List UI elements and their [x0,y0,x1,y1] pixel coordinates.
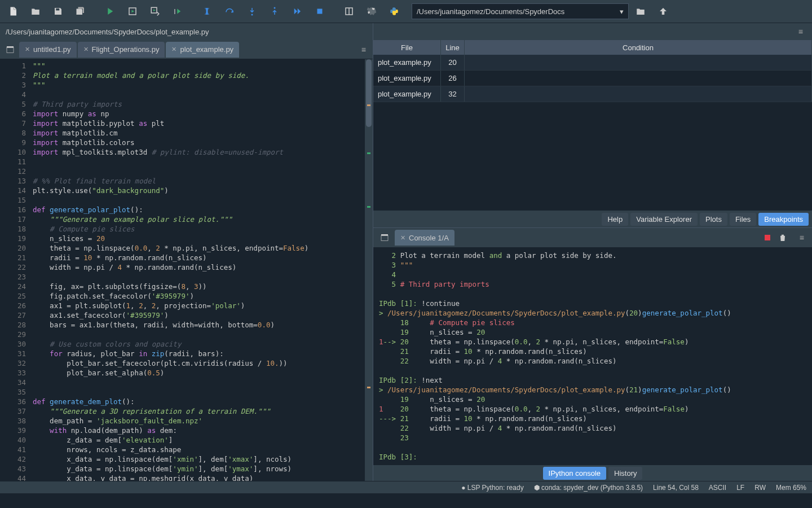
console-browse-button[interactable] [377,227,392,248]
ipython-console[interactable]: 2 Plot a terrain model and a polar plot … [373,247,812,465]
svg-rect-7 [317,9,323,14]
main-toolbar: I /Users/juanitagomez/Documents/SpyderDo… [0,0,812,23]
panel-tab-variable-explorer[interactable]: Variable Explorer [630,213,698,226]
status-mem: Mem 65% [776,484,806,492]
console-bottom-tab[interactable]: History [608,467,642,480]
svg-rect-4 [206,8,208,15]
svg-point-5 [251,14,253,16]
console-bottom-tab[interactable]: IPython console [543,467,607,480]
bp-header-file: File [373,40,441,55]
panel-tabs: HelpVariable ExplorerPlotsFilesBreakpoin… [373,211,812,227]
svg-rect-13 [381,234,388,236]
debug-step-out-button[interactable] [264,1,285,21]
svg-rect-11 [7,46,14,48]
breakpoints-options-button[interactable]: ≡ [794,27,807,36]
browse-tabs-button[interactable] [2,40,18,60]
close-icon[interactable]: ✕ [400,234,405,242]
status-eol[interactable]: LF [736,484,744,492]
maximize-pane-button[interactable] [338,1,360,21]
close-icon[interactable]: ✕ [25,46,30,53]
console-tabs-row: ✕Console 1/A ≡ [373,228,812,247]
right-pane: ≡ File Line Condition plot_example.py20p… [373,23,812,481]
editor-tab[interactable]: ✕plot_example.py [166,42,239,58]
panel-tab-plots[interactable]: Plots [700,213,727,226]
breakpoint-row[interactable]: plot_example.py32 [373,86,812,102]
panel-tab-help[interactable]: Help [602,213,628,226]
save-button[interactable] [47,1,69,21]
svg-rect-0 [56,8,59,11]
run-cell-advance-button[interactable] [144,1,166,21]
status-cursor-pos: Line 54, Col 58 [653,484,699,492]
status-conda[interactable]: ⬢ conda: spyder_dev (Python 3.8.5) [534,484,643,492]
breakpoint-row[interactable]: plot_example.py20 [373,55,812,71]
python-path-button[interactable] [383,1,405,21]
editor-filepath: /Users/juanitagomez/Documents/SpyderDocs… [0,23,373,40]
editor-tab[interactable]: ✕Flight_Operations.py [78,42,165,58]
close-icon[interactable]: ✕ [83,46,89,53]
bp-header-condition: Condition [465,40,812,55]
svg-rect-12 [381,235,388,240]
panel-tab-files[interactable]: Files [730,213,756,226]
preferences-button[interactable] [361,1,382,21]
clear-console-button[interactable] [778,233,787,242]
status-bar: ● LSP Python: ready ⬢ conda: spyder_dev … [0,481,812,493]
run-cell-button[interactable] [122,1,143,21]
run-selection-button[interactable]: I [167,1,188,21]
editor-scrollbar[interactable] [365,59,373,481]
panel-tab-breakpoints[interactable]: Breakpoints [758,213,809,226]
breakpoints-table: File Line Condition plot_example.py20plo… [373,40,812,211]
debug-stop-button[interactable] [309,1,330,21]
editor-options-button[interactable]: ≡ [357,45,370,54]
status-encoding[interactable]: ASCII [709,484,726,492]
open-file-button[interactable] [25,1,46,21]
debug-step-in-button[interactable] [241,1,263,21]
breakpoint-row[interactable]: plot_example.py26 [373,71,812,86]
console-bottom-tabs: IPython consoleHistory [373,465,812,481]
new-file-button[interactable] [2,1,24,21]
debug-step-over-button[interactable] [219,1,240,21]
status-rw: RW [754,484,766,492]
close-icon[interactable]: ✕ [171,46,176,53]
working-directory-input[interactable]: /Users/juanitagomez/Documents/SpyderDocs… [412,3,629,19]
browse-dir-button[interactable] [630,1,651,21]
editor-tabs: ✕untitled1.py✕Flight_Operations.py✕plot_… [0,40,373,59]
parent-dir-button[interactable] [652,1,674,21]
console-options-button[interactable]: ≡ [795,233,809,242]
bp-header-line: Line [441,40,465,55]
console-tab[interactable]: ✕Console 1/A [395,230,454,246]
save-all-button[interactable] [70,1,91,21]
debug-button[interactable] [196,1,218,21]
editor-tab[interactable]: ✕untitled1.py [19,42,77,58]
svg-point-6 [274,7,276,9]
stop-kernel-button[interactable] [765,235,770,240]
svg-rect-10 [7,47,14,52]
code-editor[interactable]: 12345678910▲1112131415161718192021➔22232… [0,59,373,481]
editor-pane: /Users/juanitagomez/Documents/SpyderDocs… [0,23,373,481]
debug-continue-button[interactable] [286,1,308,21]
run-button[interactable] [99,1,121,21]
svg-text:I: I [174,8,175,16]
status-lsp[interactable]: ● LSP Python: ready [461,484,523,492]
